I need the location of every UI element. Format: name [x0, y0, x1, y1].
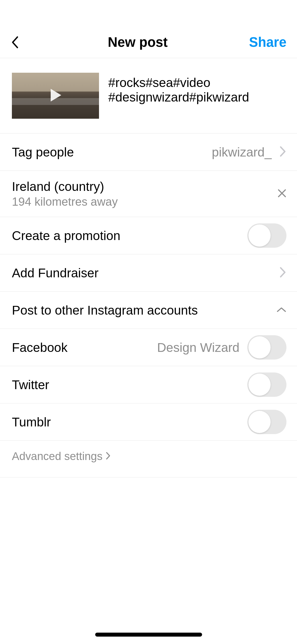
location-row[interactable]: Ireland (country) 194 kilometres away — [0, 171, 297, 217]
advanced-settings-row[interactable]: Advanced settings — [0, 441, 297, 477]
fundraiser-row[interactable]: Add Fundraiser — [0, 254, 297, 292]
share-button[interactable]: Share — [249, 34, 286, 50]
fundraiser-right — [280, 267, 286, 279]
twitter-row: Twitter — [0, 366, 297, 403]
back-button[interactable] — [11, 36, 26, 49]
media-thumbnail[interactable] — [12, 73, 99, 119]
chevron-right-icon — [280, 146, 286, 158]
header-bar: New post Share — [0, 34, 297, 58]
close-icon — [277, 189, 286, 198]
status-bar-space — [0, 0, 297, 34]
chevron-right-icon — [106, 452, 111, 461]
facebook-right: Design Wizard — [157, 335, 286, 360]
location-distance: 194 kilometres away — [12, 195, 118, 208]
page-title: New post — [108, 34, 168, 50]
play-icon — [48, 87, 63, 104]
advanced-settings-label: Advanced settings — [12, 450, 102, 463]
facebook-label: Facebook — [12, 340, 68, 355]
tumblr-row: Tumblr — [0, 403, 297, 441]
tag-people-value: pikwizard_ — [212, 145, 272, 159]
chevron-up-icon — [276, 306, 286, 314]
caption-text[interactable]: #rocks#sea#video #designwizard#pikwizard — [108, 73, 249, 104]
location-name: Ireland (country) — [12, 179, 118, 194]
facebook-account: Design Wizard — [157, 340, 239, 355]
promotion-row: Create a promotion — [0, 217, 297, 254]
chevron-right-icon — [280, 267, 286, 279]
location-info: Ireland (country) 194 kilometres away — [12, 179, 118, 208]
remove-location-button[interactable] — [277, 189, 286, 199]
chevron-left-icon — [11, 36, 20, 49]
tag-people-label: Tag people — [12, 145, 74, 159]
promotion-label: Create a promotion — [12, 228, 120, 243]
facebook-row: Facebook Design Wizard — [0, 329, 297, 366]
other-accounts-label: Post to other Instagram accounts — [12, 303, 198, 318]
tumblr-label: Tumblr — [12, 415, 51, 429]
home-indicator[interactable] — [95, 633, 202, 637]
promotion-toggle[interactable] — [247, 223, 286, 248]
caption-row[interactable]: #rocks#sea#video #designwizard#pikwizard — [0, 58, 297, 134]
other-accounts-row[interactable]: Post to other Instagram accounts — [0, 292, 297, 329]
tag-people-row[interactable]: Tag people pikwizard_ — [0, 134, 297, 171]
facebook-toggle[interactable] — [247, 335, 286, 360]
twitter-label: Twitter — [12, 378, 49, 392]
twitter-toggle[interactable] — [247, 372, 286, 397]
tumblr-toggle[interactable] — [247, 410, 286, 434]
tag-people-right: pikwizard_ — [212, 145, 286, 159]
fundraiser-label: Add Fundraiser — [12, 266, 98, 280]
